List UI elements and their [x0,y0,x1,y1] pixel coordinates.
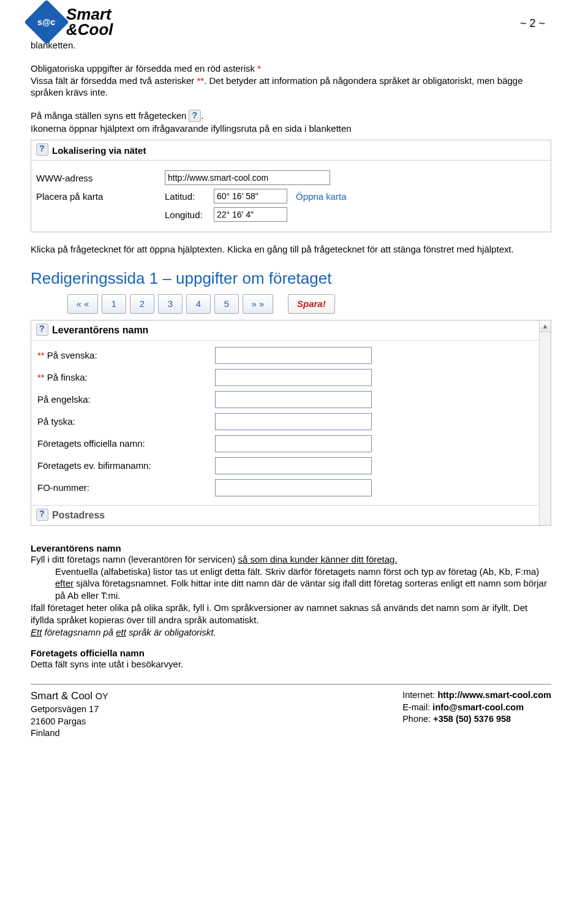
label-map: Placera på karta [36,191,165,202]
footer-internet-value: http://www.smart-cool.com [437,690,551,700]
label-finnish: På finska: [47,372,88,382]
footer-address-line: Getporsvägen 17 [31,704,108,716]
asterisk-red: * [257,63,261,74]
body-text: På många ställen syns ett frågetecken . [31,110,551,123]
footer-internet-label: Internet: [402,690,437,700]
swedish-input[interactable] [215,347,372,364]
section-heading: Postadress [52,510,105,521]
label-latitude: Latitud: [165,191,214,202]
logo: s@c Smart &Cool [31,6,113,38]
pager-page-5[interactable]: 5 [214,294,239,314]
screenshot-localization: Lokalisering via nätet WWW-adress Placer… [31,140,551,232]
official-name-input[interactable] [215,435,372,452]
pager-page-4[interactable]: 4 [186,294,211,314]
business-id-input[interactable] [215,479,372,496]
save-button[interactable]: Spara! [288,294,335,314]
label-german: På tyska: [37,416,215,427]
footer-phone-value: +358 (50) 5376 958 [433,714,511,724]
latitude-input[interactable] [214,189,287,203]
footer-company: Smart & Cool [31,690,96,702]
body-text: Klicka på frågetecknet för att öppna hjä… [31,243,551,256]
label-swedish: På svenska: [47,350,97,360]
body-text: Ikonerna öppnar hjälptext om ifrågavaran… [31,123,551,135]
german-input[interactable] [215,413,372,430]
pager-page-2[interactable]: 2 [130,294,154,314]
page-number: ~ 2 ~ [520,17,545,30]
label-english: På engelska: [37,394,215,404]
body-text: Eventuella (alfabetiska) listor tas ut e… [55,566,551,602]
logo-mark: s@c [24,0,69,45]
pagination: « « 1 2 3 4 5 » » Spara! [67,294,551,314]
body-text: Ett företagsnamn på ett språk är obligat… [31,626,551,639]
help-icon [189,110,201,122]
scrollbar[interactable]: ▲ [539,321,551,525]
footer: Smart & Cool OY Getporsvägen 17 21600 Pa… [31,689,551,740]
body-text: Obligatoriska uppgifter är försedda med … [31,63,551,75]
pager-page-3[interactable]: 3 [158,294,183,314]
scroll-up-icon[interactable]: ▲ [540,321,551,332]
english-input[interactable] [215,391,372,408]
pager-first-button[interactable]: « « [67,294,98,314]
finnish-input[interactable] [215,369,372,386]
label-www: WWW-adress [36,173,165,183]
www-input[interactable] [165,170,330,185]
divider [31,684,551,685]
label-aux-name: Företagets ev. bifirmanamn: [37,460,215,471]
label-official-name: Företagets officiella namn: [37,438,215,449]
subheading-official-name: Företagets officiella namn [31,648,551,658]
heading-redigeringssida: Redigeringssida 1 – uppgifter om företag… [31,269,551,288]
screenshot-supplier-name: ▲ Leverantörens namn ** På svenska: ** P… [31,320,551,526]
help-icon[interactable] [36,509,48,521]
body-text: Ifall företaget heter olika på olika spr… [31,602,551,626]
logo-text: Smart &Cool [66,7,113,37]
footer-address-line: 21600 Pargas [31,716,108,728]
help-icon[interactable] [36,143,48,156]
section-heading: Lokalisering via nätet [52,145,146,156]
body-text: Vissa fält är försedda med två asteriske… [31,75,551,99]
body-text: Fyll i ditt företags namn (leverantören … [31,553,551,566]
footer-address-line: Finland [31,727,108,740]
body-text: Detta fält syns inte utåt i besökarvyer. [31,658,551,670]
pager-last-button[interactable]: » » [243,294,273,314]
body-text: blanketten. [31,39,551,51]
aux-name-input[interactable] [215,457,372,474]
label-business-id: FO-nummer: [37,482,215,493]
section-heading: Leverantörens namn [52,325,148,336]
longitude-input[interactable] [214,207,287,222]
required-marker: ** [37,372,47,382]
footer-email-label: E-mail: [402,702,432,712]
subheading-supplier-name: Leverantörens namn [31,543,551,553]
help-icon[interactable] [36,324,48,336]
required-marker: ** [37,350,47,360]
footer-phone-label: Phone: [402,714,433,724]
footer-email-value: info@smart-cool.com [432,702,524,712]
open-map-link[interactable]: Öppna karta [296,191,347,202]
asterisk-red: ** [197,75,205,86]
pager-page-1[interactable]: 1 [102,294,126,314]
label-longitude: Longitud: [165,210,214,220]
